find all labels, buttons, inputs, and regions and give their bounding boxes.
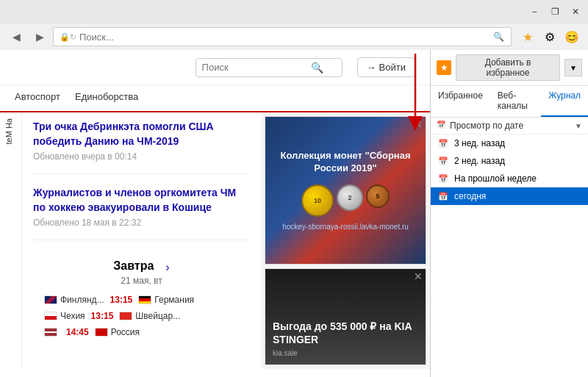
fav-item-1[interactable]: 📅 2 нед. назад <box>431 152 588 170</box>
schedule-header: Завтра › <box>44 259 239 276</box>
page-search-icon[interactable]: 🔍 <box>311 62 323 73</box>
flag-finland <box>44 295 57 304</box>
forward-button[interactable]: ▶ <box>29 26 50 47</box>
main-area: 🔍 → Войти Автоспорт Единоборства teM Ha … <box>0 50 588 377</box>
schedule-date: 21 мая, вт <box>44 276 239 286</box>
fav-item-0-icon: 📅 <box>438 138 448 148</box>
page-header: 🔍 → Войти <box>0 50 430 85</box>
fav-item-2[interactable]: 📅 На прошлой неделе <box>431 170 588 187</box>
coin-silver: 2 <box>337 184 363 211</box>
maximize-button[interactable]: ❐ <box>545 4 564 20</box>
flag-russia <box>95 328 108 337</box>
back-button[interactable]: ◀ <box>6 26 26 47</box>
fav-tabs: Избранное Веб-каналы Журнал <box>431 86 588 118</box>
article-0: Три очка Дебринкэта помогли США победить… <box>33 120 250 174</box>
nav-tab-autosport[interactable]: Автоспорт <box>15 91 60 105</box>
schedule-more-icon[interactable]: › <box>165 261 169 274</box>
team-germany: Германия <box>154 295 194 305</box>
coin-ad-visual: Коллекция монет "Сборная России 2019" 10… <box>265 117 426 264</box>
minimize-button[interactable]: − <box>525 4 544 20</box>
ad-car-close[interactable]: ✕ <box>414 270 423 282</box>
team-russia: Россия <box>111 327 140 337</box>
coin-ad-title[interactable]: Коллекция монет "Сборная России 2019" <box>273 150 418 175</box>
match-row-0: Финлянд... 13:15 Германия <box>44 292 239 308</box>
fav-tab-feeds[interactable]: Веб-каналы <box>490 86 541 117</box>
fav-dropdown-button[interactable]: ▼ <box>564 59 582 76</box>
coins-visual: 10 2 5 <box>301 184 390 217</box>
schedule-title: Завтра <box>113 259 154 273</box>
login-button[interactable]: → Войти <box>357 57 415 77</box>
fav-item-0[interactable]: 📅 3 нед. назад <box>431 134 588 152</box>
fav-tab-journal[interactable]: Журнал <box>541 86 588 117</box>
lock-icon: 🔒 <box>60 32 70 42</box>
article-1-meta: Обновлено 18 мая в 22:32 <box>33 218 250 228</box>
fav-tab-favorites[interactable]: Избранное <box>431 86 490 117</box>
fav-item-2-label: На прошлой неделе <box>454 173 581 184</box>
fav-filter-icon: 📅 <box>437 121 447 131</box>
add-to-favorites-button[interactable]: Добавить в избранное <box>456 54 560 81</box>
flag-swiss <box>119 312 132 320</box>
title-bar: − ❐ ✕ <box>0 0 588 24</box>
address-bar: ◀ ▶ 🔒 ↻ 🔍 ★ ⚙ 😊 <box>0 24 588 50</box>
fav-item-0-label: 3 нед. назад <box>454 138 581 148</box>
flag-czech <box>44 312 57 320</box>
fav-filter: 📅 Просмотр по дате ▼ <box>431 118 588 134</box>
ads-col: ✕ Коллекция монет "Сборная России 2019" … <box>261 112 430 369</box>
fav-item-1-label: 2 нед. назад <box>454 156 581 166</box>
address-input[interactable] <box>79 32 489 43</box>
login-arrow-icon: → <box>367 62 376 73</box>
news-content: teM Ha Три очка Дебринкэта помогли США п… <box>0 112 430 369</box>
gear-icon[interactable]: ⚙ <box>539 26 560 47</box>
webpage: 🔍 → Войти Автоспорт Единоборства teM Ha … <box>0 50 430 377</box>
flag-latvia <box>44 328 57 337</box>
match-time-0: 13:15 <box>110 295 133 305</box>
ad-coins-close[interactable]: ✕ <box>414 118 423 130</box>
flag-germany <box>138 295 151 304</box>
page-search-box: 🔍 <box>196 58 343 77</box>
toolbar-icons: ★ ⚙ 😊 <box>517 26 582 47</box>
article-1: Журналистов и членов оргкомитета ЧМ по х… <box>33 186 250 240</box>
team-czech: Чехия <box>60 311 85 321</box>
coin-ad-domain: hockey-sbornaya-rossii.lavka-monet.ru <box>282 223 409 231</box>
fav-item-1-icon: 📅 <box>438 156 448 166</box>
close-button[interactable]: ✕ <box>566 4 585 20</box>
browser-chrome: − ❐ ✕ ◀ ▶ 🔒 ↻ 🔍 ★ ⚙ 😊 <box>0 0 588 50</box>
schedule-box: Завтра › 21 мая, вт Финлянд... 13:15 Гер… <box>33 252 250 348</box>
fav-panel-header: ★ Добавить в избранное ▼ <box>431 50 588 86</box>
article-0-meta: Обновлено вчера в 00:14 <box>33 151 250 162</box>
match-time-2: 14:45 <box>66 327 89 337</box>
match-time-1: 13:15 <box>91 311 114 321</box>
news-articles: Три очка Дебринкэта помогли США победить… <box>22 112 261 369</box>
title-bar-buttons: − ❐ ✕ <box>525 4 585 20</box>
nav-tab-martial[interactable]: Единоборства <box>75 91 138 105</box>
favorites-panel: ★ Добавить в избранное ▼ Избранное Веб-к… <box>430 50 588 377</box>
car-ad-domain: kia.sale <box>273 349 418 357</box>
match-row-1: Чехия 13:15 Швейцар... <box>44 308 239 324</box>
address-icons: 🔍 <box>492 30 505 43</box>
fav-item-3-label: сегодня <box>454 191 581 201</box>
team-finland: Финлянд... <box>60 295 104 305</box>
emoji-icon[interactable]: 😊 <box>562 26 582 47</box>
fav-star-icon: ★ <box>440 62 448 73</box>
star-icon[interactable]: ★ <box>517 26 538 47</box>
fav-item-2-icon: 📅 <box>438 173 448 184</box>
fav-item-3[interactable]: 📅 сегодня <box>431 187 588 205</box>
refresh-icon: ↻ <box>70 32 76 42</box>
news-left-col: teM Ha <box>0 112 22 369</box>
car-ad-title[interactable]: Выгода до 535 000 ₽ на KIA STINGER <box>273 320 418 346</box>
team-swiss: Швейцар... <box>135 311 180 321</box>
car-ad-visual: Выгода до 535 000 ₽ на KIA STINGER kia.s… <box>265 269 426 365</box>
ad-coins: ✕ Коллекция монет "Сборная России 2019" … <box>265 116 426 265</box>
fav-item-3-icon: 📅 <box>438 191 448 201</box>
address-input-wrap: 🔒 ↻ 🔍 <box>53 27 512 46</box>
search-glass-icon[interactable]: 🔍 <box>492 30 505 43</box>
coin-gold: 10 <box>301 184 334 217</box>
fav-filter-dropdown-icon[interactable]: ▼ <box>575 122 582 130</box>
page-search-input[interactable] <box>202 62 305 73</box>
sidebar-vertical-text: teM Ha <box>0 112 18 150</box>
nav-tabs: Автоспорт Единоборства <box>0 85 430 112</box>
fav-header-icon: ★ <box>437 60 451 75</box>
article-1-title[interactable]: Журналистов и членов оргкомитета ЧМ по х… <box>33 186 250 215</box>
article-0-title[interactable]: Три очка Дебринкэта помогли США победить… <box>33 120 250 148</box>
coin-copper: 5 <box>366 184 390 208</box>
